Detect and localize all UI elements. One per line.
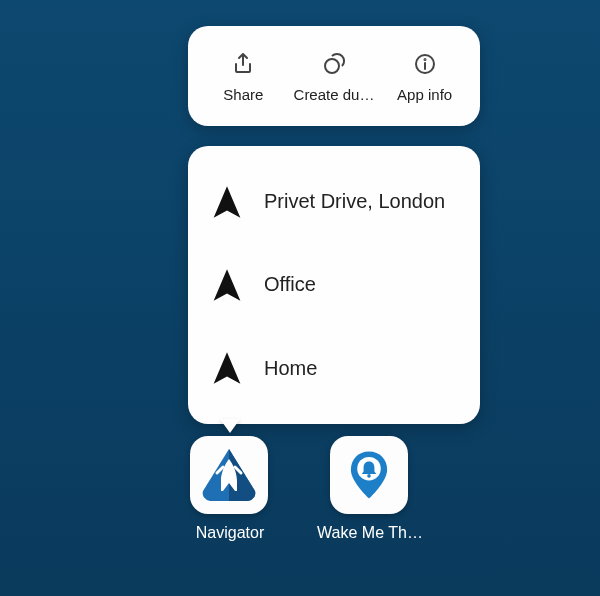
app-info-label: App info xyxy=(397,86,452,103)
navigator-icon xyxy=(197,443,261,507)
navigation-arrow-icon xyxy=(212,268,242,302)
app-label-navigator: Navigator xyxy=(170,524,290,542)
app-icon-wake-me-there[interactable] xyxy=(330,436,408,514)
share-label: Share xyxy=(223,86,263,103)
app-label-wake-me-there: Wake Me Th… xyxy=(310,524,430,542)
shortcut-item-home[interactable]: Home xyxy=(188,328,480,408)
shortcut-label: Privet Drive, London xyxy=(264,190,445,213)
svg-point-0 xyxy=(325,59,339,73)
shortcut-label: Home xyxy=(264,357,317,380)
shortcut-popup: Privet Drive, London Office Home xyxy=(188,146,480,424)
app-info-button[interactable]: App info xyxy=(382,50,468,103)
app-icon-navigator[interactable] xyxy=(190,436,268,514)
shortcut-label: Office xyxy=(264,273,316,296)
info-icon xyxy=(411,50,439,78)
create-duplicate-label: Create du… xyxy=(294,86,375,103)
popup-tail xyxy=(220,419,240,433)
shortcut-item-office[interactable]: Office xyxy=(188,245,480,325)
share-icon xyxy=(229,50,257,78)
svg-point-3 xyxy=(424,59,425,60)
shortcut-item-privet-drive[interactable]: Privet Drive, London xyxy=(188,162,480,242)
navigation-arrow-icon xyxy=(212,185,242,219)
share-button[interactable]: Share xyxy=(200,50,286,103)
navigation-arrow-icon xyxy=(212,351,242,385)
action-bar: Share Create du… App info xyxy=(188,26,480,126)
wake-me-there-icon xyxy=(340,446,398,504)
duplicate-icon xyxy=(320,50,348,78)
svg-point-5 xyxy=(367,474,371,478)
create-duplicate-button[interactable]: Create du… xyxy=(291,50,377,103)
